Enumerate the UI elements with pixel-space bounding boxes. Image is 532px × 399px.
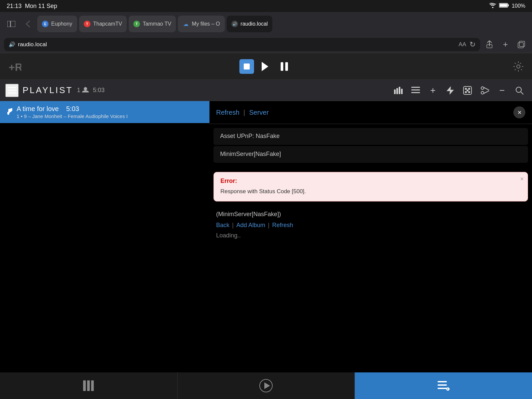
minus-icon-button[interactable]: − [495,83,509,98]
play-button[interactable] [257,58,273,75]
library-button[interactable] [0,372,178,399]
server-item-asset[interactable]: Asset UPnP: NasFake [213,128,528,145]
svg-point-29 [467,90,468,91]
svg-rect-44 [438,388,447,389]
svg-rect-1 [508,4,509,6]
share-button[interactable] [483,38,496,51]
server-nav-links: Refresh | Server [216,109,269,116]
dice-icon-button[interactable] [460,83,475,98]
loading-indicator: Loading.. [216,232,525,239]
menu-button[interactable] [5,84,19,97]
tab-tammao[interactable]: T Tammao TV [129,16,176,32]
svg-rect-3 [7,21,10,27]
aa-button[interactable]: AA [459,41,466,48]
svg-rect-39 [91,380,94,391]
main-content: A time for love 5:03 1 • 9 – Jane Monhei… [0,101,532,372]
svg-point-25 [465,88,466,89]
server-list: Asset UPnP: NasFake MinimServer[NasFake] [209,124,532,167]
svg-marker-23 [447,86,454,95]
track-music-icon [5,108,13,117]
url-box[interactable]: 🔊 raudio.local AA ↻ [4,38,480,51]
queue-button[interactable] [355,372,532,399]
svg-line-35 [521,92,523,94]
svg-rect-11 [285,62,288,71]
playlist-header: PLAYLIST 1 5:03 + [0,80,532,101]
svg-rect-7 [519,41,525,47]
svg-line-32 [484,87,489,90]
svg-rect-17 [396,88,398,94]
server-item-minim[interactable]: MinimServer[NasFake] [213,146,528,163]
server-link[interactable]: Server [249,109,269,116]
stop-button[interactable] [239,59,254,74]
server-content-actions: Back | Add Album | Refresh [216,222,525,229]
tab-raudio-label: raudio.local [241,21,268,27]
euphony-favicon: E [42,21,49,27]
tab-thapcam[interactable]: T ThapcamTV [79,16,127,32]
tab-raudio[interactable]: 🔊 raudio.local [227,16,273,32]
wifi-icon [489,3,496,9]
tammao-favicon: T [133,21,140,27]
scissors-icon-button[interactable] [477,83,492,98]
svg-rect-14 [8,90,16,91]
lightning-icon-button[interactable] [443,83,458,98]
url-text: raudio.local [18,41,456,48]
current-server-name: (MinimServer[NasFake]) [216,211,525,218]
close-panel-button[interactable]: ✕ [513,106,525,118]
track-item[interactable]: A time for love 5:03 1 • 9 – Jane Monhei… [0,101,209,123]
svg-point-27 [465,91,466,93]
track-duration-inline: 5:03 [66,105,79,112]
pause-button[interactable] [276,58,293,75]
playlist-panel: A time for love 5:03 1 • 9 – Jane Monhei… [0,101,209,372]
server-panel-header: Refresh | Server ✕ [209,101,532,124]
svg-point-34 [516,87,521,92]
tabs-overview-button[interactable] [515,38,528,51]
status-date: Mon 11 Sep [25,3,57,10]
svg-rect-4 [11,21,15,27]
svg-rect-16 [394,89,396,94]
back-button[interactable] [21,17,35,31]
svg-rect-38 [87,380,90,391]
refresh-content-link[interactable]: Refresh [272,222,293,229]
svg-rect-10 [281,62,283,71]
stop-icon [244,64,250,69]
list-icon-button[interactable] [408,83,423,98]
track-name: A time for love 5:03 [17,105,204,113]
app-header: +R [0,53,532,80]
svg-point-26 [468,88,470,89]
raudio-favicon: 🔊 [231,21,238,27]
settings-button[interactable] [510,58,527,75]
status-time: 21:13 [7,3,22,10]
battery-percent: 100% [512,3,525,9]
tab-euphony-label: Euphony [51,21,72,27]
svg-rect-2 [500,4,507,7]
status-bar: 21:13 Mon 11 Sep 100% [0,0,532,12]
playlist-duration: 5:03 [93,87,104,94]
new-tab-button[interactable]: + [499,38,512,51]
server-content: (MinimServer[NasFake]) Back | Add Album … [209,207,532,243]
error-close-button[interactable]: × [520,176,524,183]
svg-point-28 [468,91,470,93]
transport-controls [239,58,293,75]
svg-rect-43 [438,384,447,386]
add-icon-button[interactable]: + [426,83,440,98]
tab-myfiles-label: My files – O [192,21,220,27]
tab-euphony[interactable]: E Euphony [37,16,77,32]
sidebar-toggle-button[interactable] [4,17,19,31]
svg-rect-20 [411,87,420,88]
refresh-link[interactable]: Refresh [216,109,239,116]
tab-myfiles[interactable]: ☁ My files – O [178,16,224,32]
play-center-button[interactable] [178,372,355,399]
svg-rect-21 [411,89,420,90]
reload-button[interactable]: ↻ [469,40,475,49]
add-album-link[interactable]: Add Album [236,222,265,229]
bottom-bar [0,372,532,399]
url-actions: AA ↻ [459,40,475,49]
back-link[interactable]: Back [216,222,229,229]
svg-rect-19 [401,89,403,94]
error-box: Error: Response with Status Code [500]. … [213,172,528,201]
svg-point-31 [481,91,484,94]
search-icon-button[interactable] [512,83,527,98]
chart-icon-button[interactable] [391,83,406,98]
tab-thapcam-label: ThapcamTV [93,21,122,27]
battery-icon [499,3,509,9]
